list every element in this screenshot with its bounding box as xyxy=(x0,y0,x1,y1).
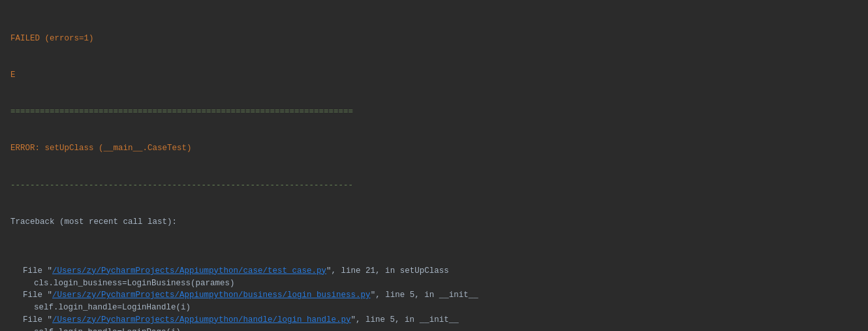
trace-file-line-0: File "/Users/zy/PycharmProjects/Appiumpy… xyxy=(10,265,858,277)
trace-file-line-1: File "/Users/zy/PycharmProjects/Appiumpy… xyxy=(10,289,858,302)
trace-code-line-0: cls.login_business=LoginBusiness(parames… xyxy=(10,277,858,290)
trace-code-line-2: self.login_handle=LoginPage(i) xyxy=(10,326,858,332)
error-header: ERROR: setUpClass (__main__.CaseTest) xyxy=(10,142,858,155)
separator-top: ========================================… xyxy=(10,106,858,118)
initial-failed-line: FAILED (errors=1) xyxy=(10,33,858,45)
trace-file-line-2: File "/Users/zy/PycharmProjects/Appiumpy… xyxy=(10,314,858,326)
separator-mid: ----------------------------------------… xyxy=(10,180,858,192)
trace-code-line-1: self.login_handle=LoginHandle(i) xyxy=(10,302,858,314)
file-link-0[interactable]: /Users/zy/PycharmProjects/Appiumpython/c… xyxy=(52,266,326,276)
trace-entries: File "/Users/zy/PycharmProjects/Appiumpy… xyxy=(10,265,858,331)
e-label: E xyxy=(10,69,858,82)
file-link-1[interactable]: /Users/zy/PycharmProjects/Appiumpython/b… xyxy=(52,291,371,300)
terminal-output: FAILED (errors=1) E ====================… xyxy=(10,8,858,331)
file-link-2[interactable]: /Users/zy/PycharmProjects/Appiumpython/h… xyxy=(52,315,351,324)
traceback-header: Traceback (most recent call last): xyxy=(10,216,858,229)
